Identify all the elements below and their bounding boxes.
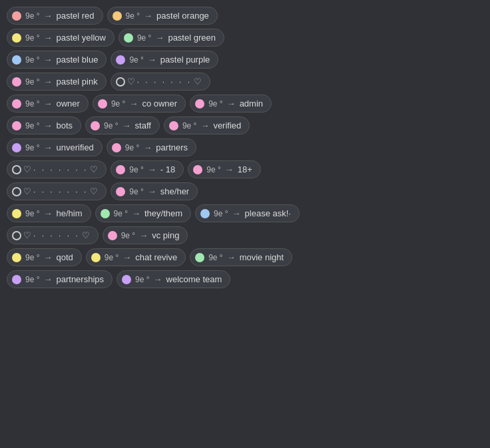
pill-label: staff [135, 120, 151, 130]
pill-7-2[interactable]: 9e °→18+ [188, 160, 261, 178]
pill-arrow: → [143, 142, 152, 152]
color-dot [12, 55, 21, 65]
heart-pill-3-1: ♡· · · · · · ·♡ [111, 73, 210, 91]
pill-prefix: 9e ° [25, 33, 39, 43]
pill-prefix: 9e ° [137, 33, 151, 43]
color-dot [98, 99, 107, 109]
heart-pill-7-0: ♡· · · · · · ·♡ [7, 160, 107, 178]
pill-0-0[interactable]: 9e °→pastel red [7, 7, 103, 25]
pill-prefix: 9e ° [104, 121, 118, 130]
color-dot [101, 209, 110, 218]
pill-arrow: → [43, 11, 52, 21]
pill-3-0[interactable]: 9e °→pastel pink [7, 73, 107, 91]
color-dot [195, 253, 204, 262]
pill-prefix: 9e ° [206, 165, 220, 174]
pill-prefix: 9e ° [105, 253, 119, 262]
pill-label: partners [156, 142, 188, 152]
pill-label: admin [240, 99, 263, 109]
pill-prefix: 9e ° [25, 275, 39, 284]
pill-12-0[interactable]: 9e °→partnerships [7, 270, 113, 288]
pill-1-0[interactable]: 9e °→pastel yellow [7, 29, 115, 47]
heart-pill-10-0: ♡· · · · · ·♡ [7, 226, 99, 244]
outline-dot-left [12, 187, 21, 196]
pill-label: pastel purple [160, 55, 210, 65]
pill-0-1[interactable]: 9e °→pastel orange [107, 7, 218, 25]
color-dot [91, 121, 100, 130]
color-dot [122, 275, 131, 284]
pill-11-0[interactable]: 9e °→qotd [7, 248, 82, 266]
color-dot [193, 165, 202, 174]
pill-arrow: → [122, 120, 131, 130]
pill-arrow: → [43, 208, 52, 218]
color-dot [116, 187, 125, 196]
heart-right: ♡ [194, 77, 202, 87]
pill-label: movie night [240, 252, 284, 262]
pill-arrow: → [148, 164, 156, 174]
pill-prefix: 9e ° [111, 99, 125, 109]
pill-label: pastel pink [56, 77, 97, 87]
row-0: 9e °→pastel red9e °→pastel orange [7, 7, 483, 25]
pill-prefix: 9e ° [121, 231, 135, 240]
pill-prefix: 9e ° [129, 187, 143, 196]
pill-2-1[interactable]: 9e °→pastel purple [111, 51, 218, 69]
pill-4-0[interactable]: 9e °→owner [7, 95, 89, 112]
pill-prefix: 9e ° [25, 77, 39, 87]
dots-separator: · · · · · · · [33, 165, 88, 174]
color-dot [112, 143, 121, 152]
pill-prefix: 9e ° [182, 121, 196, 130]
row-8: ♡· · · · · · ·♡9e °→she/her [7, 182, 483, 200]
pill-2-0[interactable]: 9e °→pastel blue [7, 51, 107, 69]
pill-label: unverified [56, 142, 93, 152]
pill-arrow: → [225, 164, 234, 174]
pill-5-1[interactable]: 9e °→staff [85, 116, 160, 134]
pill-label: co owner [142, 99, 177, 109]
pill-9-1[interactable]: 9e °→they/them [95, 204, 192, 222]
row-2: 9e °→pastel blue9e °→pastel purple [7, 51, 483, 69]
pill-prefix: 9e ° [208, 99, 222, 109]
pill-6-0[interactable]: 9e °→unverified [7, 138, 103, 156]
pill-12-1[interactable]: 9e °→welcome team [117, 270, 230, 288]
row-7: ♡· · · · · · ·♡9e °→- 189e °→18+ [7, 160, 483, 178]
pill-6-1[interactable]: 9e °→partners [107, 138, 196, 156]
row-9: 9e °→he/him9e °→they/them9e °→please ask… [7, 204, 483, 222]
pill-4-2[interactable]: 9e °→admin [190, 95, 272, 112]
pill-prefix: 9e ° [129, 165, 143, 174]
pill-1-1[interactable]: 9e °→pastel green [119, 29, 224, 47]
pill-prefix: 9e ° [25, 99, 39, 109]
pill-label: she/her [160, 186, 189, 196]
dots-separator: · · · · · · [33, 231, 80, 240]
heart-right: ♡ [90, 186, 98, 196]
pill-label: 18+ [238, 164, 252, 174]
pill-7-1[interactable]: 9e °→- 18 [111, 160, 184, 178]
pill-arrow: → [43, 120, 52, 130]
pill-9-2[interactable]: 9e °→please ask!· [195, 204, 300, 222]
pill-10-1[interactable]: 9e °→vc ping [103, 226, 188, 244]
pill-arrow: → [227, 99, 236, 109]
pill-label: vc ping [152, 230, 179, 240]
pill-label: he/him [56, 208, 82, 218]
pill-label: verified [213, 120, 241, 130]
pill-5-0[interactable]: 9e °→bots [7, 116, 81, 134]
pill-label: owner [56, 99, 79, 109]
color-dot [116, 165, 125, 174]
pill-4-1[interactable]: 9e °→co owner [93, 95, 186, 112]
heart-left: ♡ [23, 230, 31, 240]
pill-arrow: → [43, 274, 52, 284]
pill-arrow: → [232, 208, 241, 218]
pill-prefix: 9e ° [135, 275, 149, 284]
color-dot [12, 253, 21, 262]
color-dot [12, 77, 21, 87]
pill-11-1[interactable]: 9e °→chat revive [86, 248, 186, 266]
heart-left: ♡ [23, 164, 31, 174]
pill-11-2[interactable]: 9e °→movie night [190, 248, 292, 266]
heart-left: ♡ [23, 186, 31, 196]
pill-9-0[interactable]: 9e °→he/him [7, 204, 91, 222]
pill-5-2[interactable]: 9e °→verified [164, 116, 250, 134]
heart-pill-8-0: ♡· · · · · · ·♡ [7, 182, 107, 200]
pill-prefix: 9e ° [208, 253, 222, 262]
color-dot [116, 55, 125, 65]
pill-8-1[interactable]: 9e °→she/her [111, 182, 198, 200]
pill-label: pastel red [56, 11, 94, 21]
row-10: ♡· · · · · ·♡9e °→vc ping [7, 226, 483, 244]
color-dot [12, 275, 21, 284]
